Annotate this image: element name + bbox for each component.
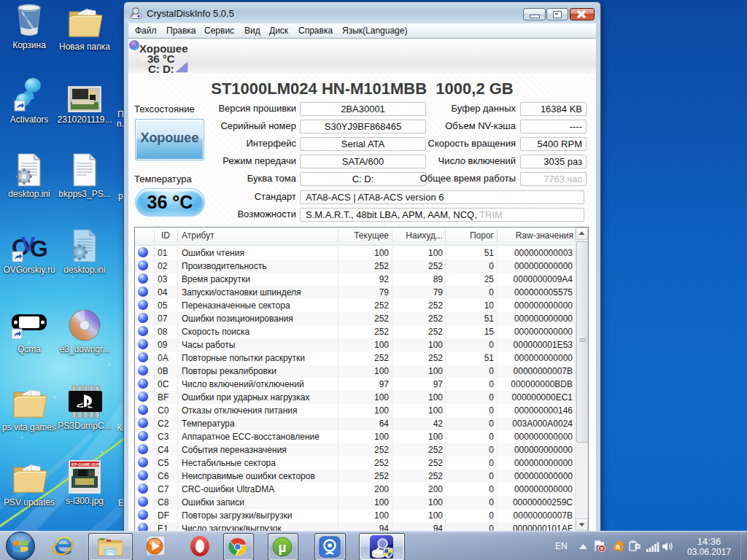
svg-text:EP-GAME-SUPLY: EP-GAME-SUPLY — [71, 462, 101, 467]
svg-text:G: G — [30, 236, 47, 262]
svg-text:a: a — [616, 542, 620, 551]
svg-text:µ: µ — [279, 540, 287, 555]
